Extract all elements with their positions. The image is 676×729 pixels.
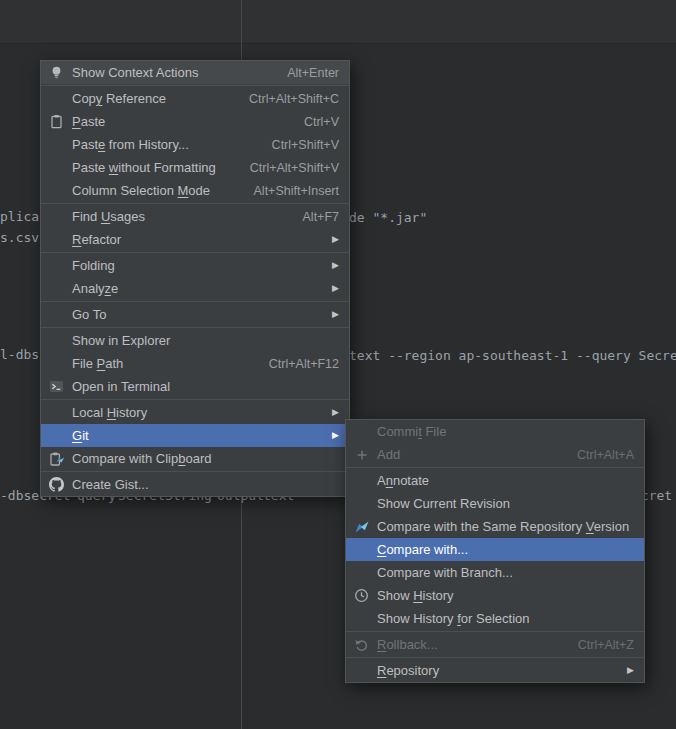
context-menu-item-analyze[interactable]: Analyze▶: [41, 277, 349, 300]
menu-item-shortcut: Alt+F7: [289, 210, 339, 224]
context-menu-item-open-in-terminal[interactable]: Open in Terminal: [41, 375, 349, 398]
menu-item-label: Paste from History...: [72, 137, 189, 152]
blank-icon: [351, 565, 372, 581]
git-submenu-item-show-current-revision[interactable]: Show Current Revision: [346, 492, 644, 515]
menu-item-label: Annotate: [377, 473, 429, 488]
submenu-arrow-icon: ▶: [332, 431, 339, 440]
blank-icon: [351, 424, 372, 440]
submenu-arrow-icon: ▶: [332, 235, 339, 244]
menu-item-label: Find Usages: [72, 209, 145, 224]
blank-icon: [46, 405, 67, 421]
context-menu-item-copy-reference[interactable]: Copy ReferenceCtrl+Alt+Shift+C: [41, 87, 349, 110]
menu-item-label: Commit File: [377, 424, 446, 439]
context-menu-item-find-usages[interactable]: Find UsagesAlt+F7: [41, 205, 349, 228]
blank-icon: [46, 91, 67, 107]
blank-icon: [46, 160, 67, 176]
context-menu-item-paste[interactable]: PasteCtrl+V: [41, 110, 349, 133]
git-submenu-item-compare-with-branch[interactable]: Compare with Branch...: [346, 561, 644, 584]
git-submenu-item-show-history[interactable]: Show History: [346, 584, 644, 607]
menu-item-label: Open in Terminal: [72, 379, 170, 394]
menu-item-shortcut: Ctrl+Alt+A: [563, 448, 634, 462]
context-menu-item-go-to[interactable]: Go To▶: [41, 303, 349, 326]
context-menu-item-show-context-actions[interactable]: Show Context ActionsAlt+Enter: [41, 61, 349, 84]
git-submenu-item-annotate[interactable]: Annotate: [346, 469, 644, 492]
menu-item-shortcut: Alt+Enter: [273, 66, 339, 80]
blank-icon: [46, 356, 67, 372]
bulb-icon: [46, 65, 67, 81]
context-menu-item-refactor[interactable]: Refactor▶: [41, 228, 349, 251]
context-menu-item-local-history[interactable]: Local History▶: [41, 401, 349, 424]
context-menu-item-create-gist[interactable]: Create Gist...: [41, 473, 349, 496]
menu-item-label: Show in Explorer: [72, 333, 170, 348]
menu-item-label: Show Context Actions: [72, 65, 198, 80]
menu-item-label: Paste without Formatting: [72, 160, 216, 175]
menu-item-label: Folding: [72, 258, 115, 273]
menu-item-label: Add: [377, 447, 400, 462]
menu-item-shortcut: Ctrl+Alt+F12: [255, 357, 339, 371]
github-icon: [46, 477, 67, 493]
git-submenu-item-show-history-for-selection[interactable]: Show History for Selection: [346, 607, 644, 630]
git-submenu-item-commit-file[interactable]: Commit File: [346, 420, 644, 443]
git-submenu-item-rollback[interactable]: Rollback...Ctrl+Alt+Z: [346, 633, 644, 656]
compare-clipboard-icon: [46, 451, 67, 467]
menu-item-label: Rollback...: [377, 637, 438, 652]
context-menu-item-paste-from-history[interactable]: Paste from History...Ctrl+Shift+V: [41, 133, 349, 156]
clock-icon: [351, 588, 372, 604]
menu-separator: [346, 631, 644, 632]
menu-item-label: File Path: [72, 356, 123, 371]
menu-item-shortcut: Ctrl+V: [290, 115, 339, 129]
editor-text: de "*.jar": [349, 210, 427, 225]
blank-icon: [46, 137, 67, 153]
blank-icon: [351, 611, 372, 627]
menu-item-label: Copy Reference: [72, 91, 166, 106]
rollback-icon: [351, 637, 372, 653]
clipboard-icon: [46, 114, 67, 130]
menu-item-label: Git: [72, 428, 89, 443]
menu-item-shortcut: Ctrl+Alt+Shift+V: [236, 161, 339, 175]
submenu-arrow-icon: ▶: [332, 284, 339, 293]
menu-item-label: Analyze: [72, 281, 118, 296]
editor-text: s.csv: [0, 230, 39, 245]
menu-separator: [41, 471, 349, 472]
blank-icon: [46, 333, 67, 349]
git-submenu: Commit FileAddCtrl+Alt+AAnnotateShow Cur…: [345, 419, 645, 683]
context-menu-item-git[interactable]: Git▶: [41, 424, 349, 447]
menu-item-label: Create Gist...: [72, 477, 149, 492]
submenu-arrow-icon: ▶: [332, 408, 339, 417]
git-submenu-item-repository[interactable]: Repository▶: [346, 659, 644, 682]
menu-item-label: Repository: [377, 663, 439, 678]
menu-item-label: Paste: [72, 114, 105, 129]
menu-item-label: Compare with...: [377, 542, 468, 557]
git-submenu-item-compare-with-the-same-repository-version[interactable]: Compare with the Same Repository Version: [346, 515, 644, 538]
context-menu-item-compare-with-clipboard[interactable]: Compare with Clipboard: [41, 447, 349, 470]
git-submenu-item-compare-with[interactable]: Compare with...: [346, 538, 644, 561]
menu-item-shortcut: Ctrl+Shift+V: [258, 138, 339, 152]
blank-icon: [351, 473, 372, 489]
git-submenu-item-add[interactable]: AddCtrl+Alt+A: [346, 443, 644, 466]
context-menu: Show Context ActionsAlt+EnterCopy Refere…: [40, 60, 350, 497]
context-menu-item-folding[interactable]: Folding▶: [41, 254, 349, 277]
menu-separator: [41, 85, 349, 86]
blank-icon: [351, 542, 372, 558]
blank-icon: [351, 663, 372, 679]
menu-item-label: Local History: [72, 405, 147, 420]
menu-item-label: Show History for Selection: [377, 611, 529, 626]
context-menu-item-paste-without-formatting[interactable]: Paste without FormattingCtrl+Alt+Shift+V: [41, 156, 349, 179]
context-menu-item-column-selection-mode[interactable]: Column Selection ModeAlt+Shift+Insert: [41, 179, 349, 202]
menu-item-shortcut: Alt+Shift+Insert: [240, 184, 339, 198]
blank-icon: [46, 307, 67, 323]
menu-item-shortcut: Ctrl+Alt+Shift+C: [235, 92, 339, 106]
menu-separator: [41, 399, 349, 400]
menu-separator: [41, 203, 349, 204]
submenu-arrow-icon: ▶: [332, 310, 339, 319]
menu-item-label: Compare with the Same Repository Version: [377, 519, 629, 534]
menu-separator: [41, 252, 349, 253]
menu-item-label: Show History: [377, 588, 454, 603]
plus-icon: [351, 447, 372, 463]
submenu-arrow-icon: ▶: [627, 666, 634, 675]
blank-icon: [46, 281, 67, 297]
context-menu-item-file-path[interactable]: File PathCtrl+Alt+F12: [41, 352, 349, 375]
context-menu-item-show-in-explorer[interactable]: Show in Explorer: [41, 329, 349, 352]
blank-icon: [351, 496, 372, 512]
editor-text: l-dbs: [0, 347, 39, 362]
